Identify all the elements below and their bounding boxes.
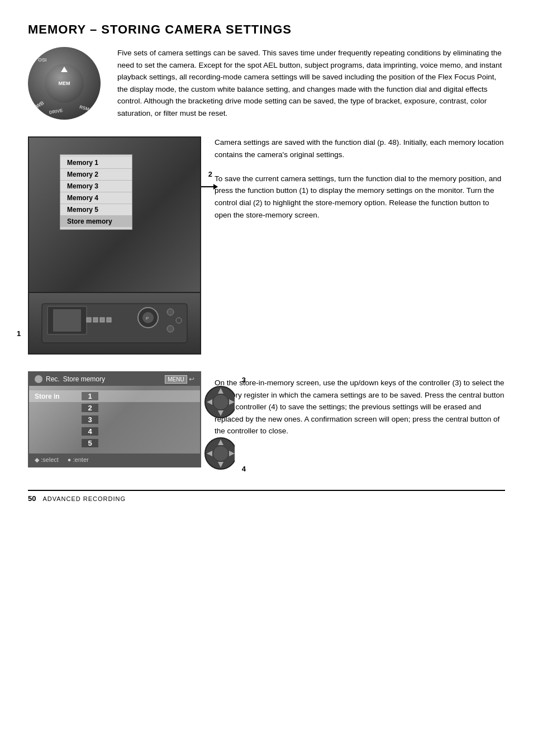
menu-item-memory2: Memory 2	[60, 169, 132, 181]
svg-rect-11	[100, 318, 104, 322]
camera-body: P	[28, 293, 201, 355]
back-icon: ↩	[189, 375, 194, 383]
menu-item-memory5: Memory 5	[60, 204, 132, 216]
arrow-2-svg	[201, 181, 218, 192]
menu-item-store: Store memory	[60, 216, 132, 227]
mid-paragraph-1: Camera settings are saved with the funct…	[215, 136, 505, 160]
camera-lcd-bg: Memory 1 Memory 2 Memory 3 Memory 4 Memo…	[28, 136, 201, 293]
mid-section: Memory 1 Memory 2 Memory 3 Memory 4 Memo…	[28, 136, 505, 355]
store-header: Rec. Store memory MENU ↩	[29, 372, 200, 386]
store-row-3: 3	[29, 414, 200, 426]
mid-paragraph-2: To save the current camera settings, tur…	[215, 173, 505, 221]
dial-wb-label: WB	[35, 100, 45, 109]
dial-osi-label: OSI	[38, 57, 47, 63]
controller-4-svg	[196, 428, 235, 473]
svg-point-7	[176, 318, 182, 323]
footer-page-number: 50	[28, 494, 36, 503]
dial-image: OSI WB DRIVE RSM MEM	[28, 47, 106, 120]
store-row-4: 4	[29, 426, 200, 437]
svg-rect-10	[93, 318, 98, 322]
page-title: MEMORY – STORING CAMERA SETTINGS	[28, 22, 505, 37]
menu-overlay: Memory 1 Memory 2 Memory 3 Memory 4 Memo…	[60, 154, 132, 230]
store-body: Store in 1 2 3 4 5	[29, 386, 200, 453]
store-screen: Rec. Store memory MENU ↩ Store in 1 2	[28, 371, 201, 467]
footer-bar: 50 Advanced Recording	[28, 490, 505, 503]
store-row-5: 5	[29, 437, 200, 449]
store-rec-label: Rec.	[46, 375, 60, 383]
store-menu-btn: MENU ↩	[165, 375, 194, 383]
store-row-4-num: 4	[82, 427, 98, 436]
camera-screen-1: Memory 1 Memory 2 Memory 3 Memory 4 Memo…	[28, 136, 201, 355]
store-title-label: Store memory	[63, 375, 105, 383]
dial-drive-label: DRIVE	[49, 108, 63, 115]
dial-inner: MEM	[45, 64, 84, 103]
label-1: 1	[17, 329, 21, 338]
menu-item-memory1: Memory 1	[60, 157, 132, 169]
menu-item-memory4: Memory 4	[60, 192, 132, 204]
store-in-label: Store in	[35, 393, 79, 400]
rec-icon	[35, 375, 42, 383]
footer-select: ◆ :select	[35, 456, 59, 464]
footer-chapter-label: Advanced Recording	[42, 495, 126, 502]
mid-text: Camera settings are saved with the funct…	[215, 136, 505, 221]
menu-item-memory3: Memory 3	[60, 181, 132, 192]
bottom-text: On the store-in-memory screen, use the u…	[215, 371, 505, 437]
dial-outer-ring: OSI WB DRIVE RSM MEM	[28, 47, 101, 120]
svg-point-16	[213, 394, 229, 410]
svg-rect-2	[53, 309, 81, 332]
svg-point-22	[213, 446, 229, 461]
store-row-1-num: 1	[82, 392, 98, 400]
label-4: 4	[242, 465, 246, 473]
controller-3-svg	[196, 377, 235, 422]
bottom-paragraph: On the store-in-memory screen, use the u…	[215, 377, 505, 437]
svg-point-8	[167, 325, 174, 332]
dial-mem-label: MEM	[59, 81, 70, 86]
svg-marker-14	[213, 184, 218, 190]
svg-point-6	[167, 309, 174, 315]
store-row-3-num: 3	[82, 415, 98, 424]
bottom-section: Rec. Store memory MENU ↩ Store in 1 2	[28, 371, 505, 467]
menu-btn-label[interactable]: MENU	[165, 375, 187, 384]
svg-rect-12	[107, 318, 111, 322]
store-row-storein: Store in 1	[29, 390, 200, 402]
store-footer: ◆ :select ● :enter	[29, 453, 200, 466]
store-row-5-num: 5	[82, 439, 98, 447]
store-row-2-num: 2	[82, 404, 98, 412]
store-row-2: 2	[29, 402, 200, 414]
camera-body-svg: P	[36, 298, 193, 348]
top-section: OSI WB DRIVE RSM MEM Five sets of camera…	[28, 47, 505, 120]
store-header-left: Rec. Store memory	[35, 375, 105, 383]
label-3: 3	[242, 376, 246, 384]
store-bg: Rec. Store memory MENU ↩ Store in 1 2	[28, 371, 201, 467]
svg-text:P: P	[146, 316, 149, 321]
dial-arrow-icon	[61, 67, 68, 72]
dial-rsm-label: RSM	[79, 105, 90, 112]
label-2: 2	[208, 170, 212, 178]
svg-rect-9	[87, 318, 91, 322]
intro-text: Five sets of camera settings can be save…	[117, 47, 505, 120]
footer-enter: ● :enter	[68, 456, 89, 464]
